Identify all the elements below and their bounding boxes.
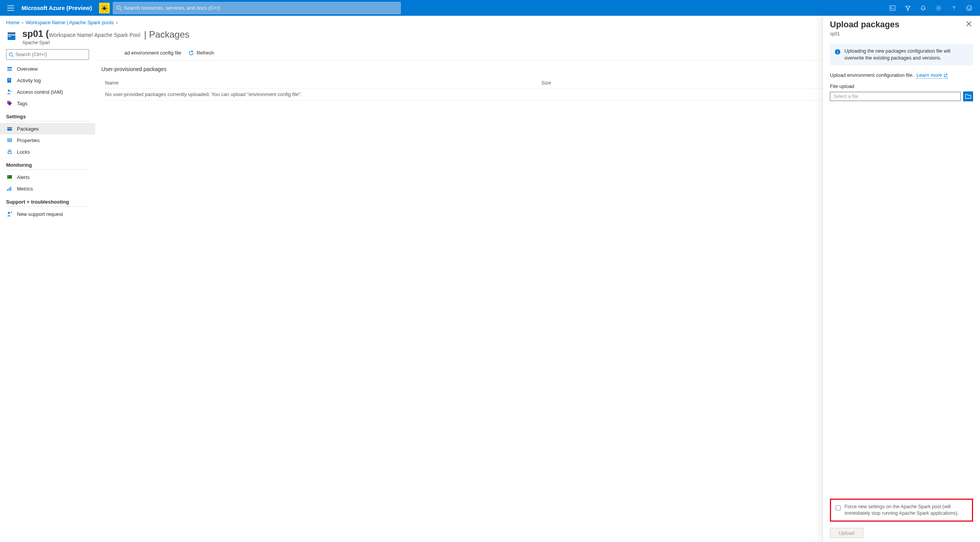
svg-point-31 [8, 212, 10, 214]
panel-description: Upload environment configuration file. L… [830, 72, 973, 78]
svg-point-7 [970, 7, 971, 8]
upload-config-button[interactable]: ad environment config file [124, 50, 181, 56]
sidebar-item-packages[interactable]: Packages [0, 123, 95, 134]
svg-rect-20 [7, 127, 12, 128]
properties-icon [6, 137, 13, 144]
file-path-field[interactable]: Select a file [830, 92, 961, 101]
force-settings-label: Force new settings on the Apache Spark p… [844, 504, 967, 517]
search-icon [9, 52, 14, 57]
svg-point-5 [967, 5, 972, 10]
metrics-icon [6, 185, 13, 192]
sidebar-item-overview[interactable]: Overview [0, 63, 95, 75]
support-icon [6, 211, 13, 217]
svg-rect-25 [8, 151, 11, 154]
svg-rect-33 [837, 51, 838, 53]
info-icon [835, 49, 841, 55]
question-icon [951, 5, 957, 11]
svg-point-1 [117, 6, 120, 9]
force-settings-section: Force new settings on the Apache Spark p… [830, 499, 973, 522]
learn-more-link[interactable]: Learn more [916, 72, 947, 79]
folder-icon [965, 94, 971, 99]
upload-button[interactable]: Upload [830, 528, 863, 538]
sidebar-item-activity-log[interactable]: Activity log [0, 75, 95, 86]
external-link-icon [944, 73, 948, 78]
svg-point-18 [10, 91, 12, 92]
breadcrumb-workspace[interactable]: Workspace Name | Apache Spark pools [26, 20, 114, 25]
hamburger-menu[interactable] [3, 0, 18, 16]
info-text: Uploading the new packages configuration… [844, 48, 968, 61]
svg-rect-8 [8, 32, 15, 35]
table-header-name[interactable]: Name [101, 78, 538, 88]
brand-label[interactable]: Microsoft Azure (Preview) [18, 5, 99, 11]
svg-rect-22 [8, 138, 8, 142]
refresh-icon [188, 50, 194, 56]
info-message: Uploading the new packages configuration… [830, 44, 973, 65]
resource-title: sp01 (Workspace Name/ Apache Spark Pool [22, 28, 140, 39]
svg-point-6 [968, 7, 969, 8]
sidebar-item-label: Packages [17, 126, 39, 132]
help-button[interactable] [946, 0, 962, 16]
svg-rect-13 [7, 69, 12, 71]
toolbar-label: ad environment config file [124, 50, 181, 56]
svg-rect-9 [8, 35, 15, 40]
sidebar-item-label: Activity log [17, 78, 41, 83]
top-icon-bar [885, 0, 977, 16]
sidebar-item-alerts[interactable]: Alerts [0, 171, 95, 183]
sidebar-item-locks[interactable]: Locks [0, 146, 95, 157]
browse-file-button[interactable] [963, 91, 973, 101]
force-settings-checkbox[interactable] [836, 504, 841, 511]
sidebar-item-access-control[interactable]: Access control (IAM) [0, 86, 95, 98]
sidebar-item-properties[interactable]: Properties [0, 134, 95, 146]
side-search[interactable] [6, 49, 89, 60]
global-search-input[interactable] [124, 5, 397, 11]
svg-point-34 [837, 50, 838, 51]
sidebar-item-label: Access control (IAM) [17, 89, 63, 95]
bug-icon [101, 5, 107, 11]
global-search[interactable] [113, 2, 401, 14]
feedback-button[interactable] [962, 0, 977, 16]
gear-icon [935, 5, 942, 11]
tags-icon [6, 100, 13, 107]
svg-rect-28 [7, 189, 8, 191]
smiley-icon [966, 5, 972, 11]
toolbar-label: Refresh [197, 50, 214, 56]
panel-subtitle: sp01 [830, 31, 899, 36]
bell-icon [920, 5, 926, 11]
sidebar-item-label: New support request [17, 211, 63, 217]
directory-switch-button[interactable] [900, 0, 916, 16]
sidebar-item-label: Locks [17, 149, 30, 155]
sidebar-item-label: Properties [17, 138, 40, 143]
svg-point-4 [954, 9, 954, 10]
filter-icon [905, 5, 911, 11]
lock-icon [6, 148, 13, 155]
sidebar-item-label: Metrics [17, 186, 33, 192]
notifications-button[interactable] [916, 0, 931, 16]
upload-packages-panel: Upload packages sp01 Uploading the new p… [823, 16, 980, 542]
cloud-shell-icon [889, 5, 896, 11]
panel-close-button[interactable] [965, 20, 973, 28]
hamburger-icon [7, 5, 14, 11]
sidebar-item-new-support-request[interactable]: New support request [0, 208, 95, 220]
svg-rect-16 [8, 80, 10, 80]
overview-icon [6, 65, 13, 72]
svg-rect-12 [7, 67, 12, 68]
preview-bug-button[interactable] [99, 3, 110, 13]
alerts-icon [6, 174, 13, 181]
sidebar-group-support: Support + troubleshooting [6, 194, 89, 207]
spark-pool-icon [6, 30, 18, 42]
activity-log-icon [6, 77, 13, 84]
svg-rect-21 [7, 129, 12, 131]
svg-rect-30 [10, 187, 11, 191]
refresh-button[interactable]: Refresh [188, 50, 214, 56]
side-nav-column: Overview Activity log Access control (IA… [0, 45, 95, 542]
breadcrumb-home[interactable]: Home [6, 20, 20, 25]
side-search-input[interactable] [15, 52, 86, 57]
svg-point-19 [8, 102, 9, 103]
sidebar-item-metrics[interactable]: Metrics [0, 183, 95, 194]
cloud-shell-button[interactable] [885, 0, 900, 16]
sidebar-item-label: Tags [17, 101, 27, 106]
settings-button[interactable] [931, 0, 946, 16]
page-section-title: | Packages [144, 28, 189, 40]
svg-rect-29 [9, 188, 10, 191]
sidebar-item-tags[interactable]: Tags [0, 98, 95, 109]
